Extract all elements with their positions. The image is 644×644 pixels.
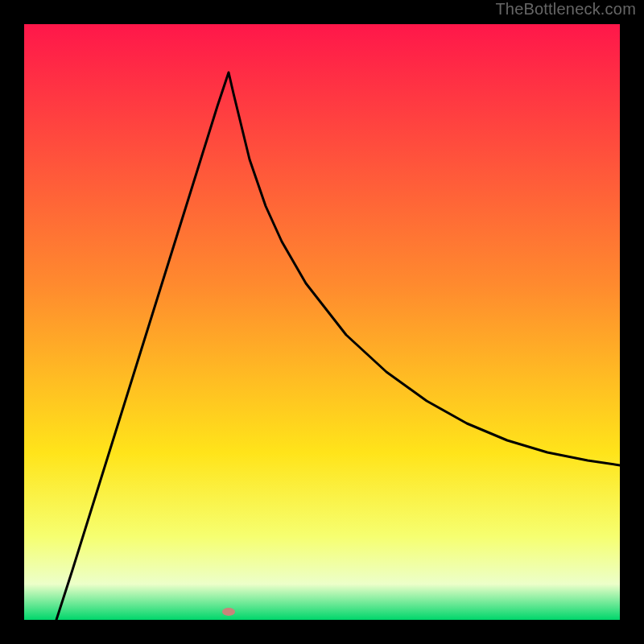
gradient-background — [24, 24, 620, 620]
plot-frame — [24, 24, 620, 620]
attribution-text: TheBottleneck.com — [495, 0, 636, 19]
optimum-marker-icon — [222, 608, 235, 616]
bottleneck-chart — [24, 24, 620, 620]
